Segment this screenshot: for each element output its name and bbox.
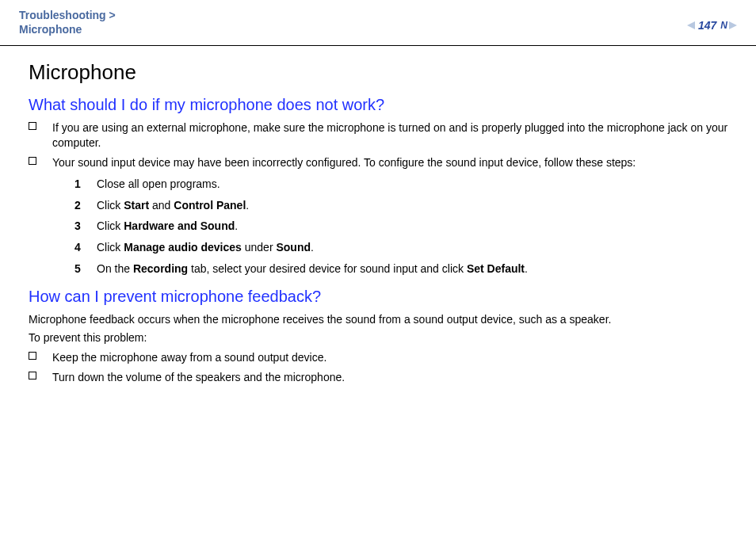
step-text-mid: under bbox=[242, 241, 277, 254]
step-text-mid: and bbox=[149, 199, 174, 212]
list-item: If you are using an external microphone,… bbox=[29, 120, 734, 151]
step-item: Click Hardware and Sound. bbox=[74, 219, 734, 234]
paragraph: To prevent this problem: bbox=[29, 330, 734, 345]
page-n-label: N bbox=[720, 20, 727, 31]
step-text-pre: Click bbox=[97, 199, 124, 212]
square-bullet-icon bbox=[29, 372, 36, 380]
square-bullet-icon bbox=[29, 122, 36, 130]
bullet-list-2: Keep the microphone away from a sound ou… bbox=[29, 350, 734, 385]
step-text-post: . bbox=[525, 262, 528, 275]
step-text-post: . bbox=[246, 199, 249, 212]
page: Troubleshooting > Microphone 147 N Micro… bbox=[0, 0, 756, 534]
step-text-bold: Start bbox=[124, 199, 149, 212]
page-header: Troubleshooting > Microphone 147 N bbox=[0, 0, 756, 46]
page-navigator: 147 N bbox=[687, 19, 737, 32]
square-bullet-icon bbox=[29, 157, 36, 165]
step-text-pre: Click bbox=[97, 219, 124, 232]
step-text-bold: Recording bbox=[133, 262, 188, 275]
list-item: Turn down the volume of the speakers and… bbox=[29, 370, 734, 385]
breadcrumb-separator: > bbox=[109, 9, 116, 21]
step-text-mid: tab, select your desired device for soun… bbox=[188, 262, 467, 275]
step-text-post: . bbox=[235, 219, 238, 232]
step-text-bold: Hardware and Sound bbox=[124, 219, 235, 232]
step-text-pre: Click bbox=[97, 241, 124, 254]
section-heading-1: What should I do if my microphone does n… bbox=[29, 96, 734, 114]
bullet-list-1: If you are using an external microphone,… bbox=[29, 120, 734, 277]
list-item: Keep the microphone away from a sound ou… bbox=[29, 350, 734, 365]
step-item: Click Start and Control Panel. bbox=[74, 198, 734, 213]
section-heading-2: How can I prevent microphone feedback? bbox=[29, 288, 734, 306]
paragraph: Microphone feedback occurs when the micr… bbox=[29, 312, 734, 327]
square-bullet-icon bbox=[29, 352, 36, 360]
step-text-bold: Sound bbox=[276, 241, 311, 254]
step-item: On the Recording tab, select your desire… bbox=[74, 261, 734, 277]
step-text-bold: Control Panel bbox=[174, 199, 246, 212]
next-page-icon[interactable] bbox=[729, 21, 737, 29]
step-text: Close all open programs. bbox=[97, 177, 220, 190]
page-title: Microphone bbox=[29, 60, 734, 85]
step-text-post: . bbox=[311, 241, 314, 254]
step-text-pre: On the bbox=[97, 262, 133, 275]
breadcrumb-topic[interactable]: Microphone bbox=[19, 23, 82, 36]
list-item-text: Your sound input device may have been in… bbox=[52, 156, 636, 169]
step-item: Click Manage audio devices under Sound. bbox=[74, 240, 734, 255]
list-item-text: If you are using an external microphone,… bbox=[52, 121, 727, 149]
prev-page-icon[interactable] bbox=[687, 21, 695, 29]
breadcrumb: Troubleshooting > Microphone bbox=[19, 8, 116, 36]
list-item-text: Keep the microphone away from a sound ou… bbox=[52, 351, 326, 364]
list-item: Your sound input device may have been in… bbox=[29, 155, 734, 277]
page-content: Microphone What should I do if my microp… bbox=[0, 46, 756, 385]
breadcrumb-section[interactable]: Troubleshooting bbox=[19, 9, 106, 21]
steps-list: Close all open programs. Click Start and… bbox=[74, 177, 734, 277]
step-text-bold: Set Default bbox=[467, 262, 525, 275]
page-number: 147 bbox=[698, 19, 716, 32]
step-text-bold: Manage audio devices bbox=[124, 241, 242, 254]
step-item: Close all open programs. bbox=[74, 177, 734, 192]
list-item-text: Turn down the volume of the speakers and… bbox=[52, 371, 345, 383]
